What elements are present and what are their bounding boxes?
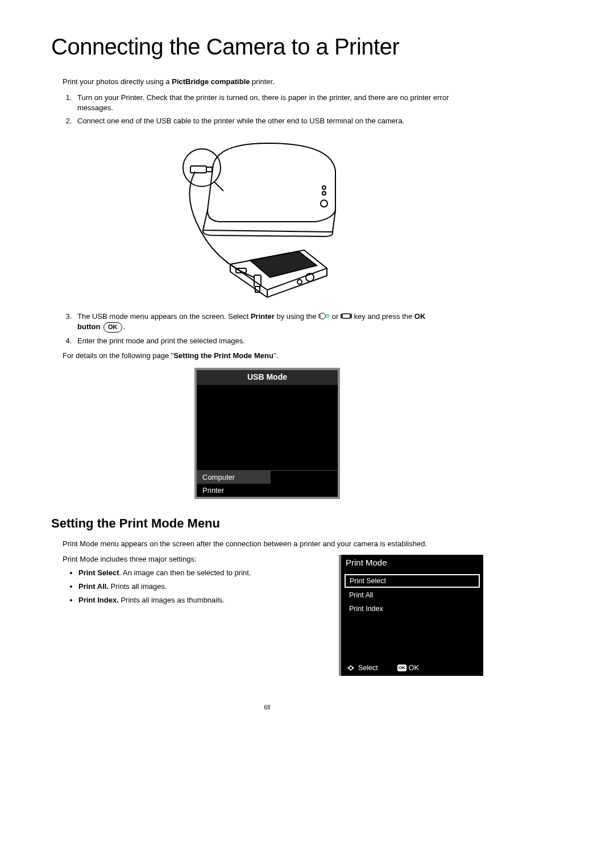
svg-point-8 — [297, 280, 302, 284]
step-3: The USB mode menu appears on the screen.… — [74, 312, 483, 333]
intro-suffix: printer. — [250, 77, 274, 86]
step-3-b: by using the — [275, 312, 318, 321]
section2-intro: Print Mode menu appears on the screen af… — [63, 539, 483, 549]
intro-bold: PictBridge compatible — [172, 77, 250, 86]
svg-point-3 — [183, 149, 221, 186]
usb-mode-title: USB Mode — [197, 370, 338, 385]
ref-b: Setting the Print Mode Menu — [173, 351, 273, 360]
svg-marker-21 — [350, 669, 352, 671]
intro-paragraph: Print your photos directly using a PictB… — [63, 77, 483, 87]
svg-marker-19 — [352, 666, 354, 670]
steps-list: Turn on your Printer. Check that the pri… — [63, 93, 483, 126]
b2-label: Print All. — [78, 582, 109, 591]
b3-desc: Prints all images as thumbnails. — [121, 596, 225, 604]
step-4: Enter the print mode and print the selec… — [74, 336, 483, 346]
page-title: Connecting the Camera to a Printer — [51, 34, 483, 60]
pm-footer: Select OK OK — [341, 661, 483, 676]
pm-item-print-index: Print Index — [345, 603, 480, 615]
printer-camera-diagram — [179, 136, 355, 301]
bullet-print-all: Print All. Prints all images. — [78, 582, 327, 592]
step-2: Connect one end of the USB cable to the … — [74, 116, 483, 126]
page-number: 68 — [51, 704, 483, 711]
macro-key-icon — [318, 312, 330, 322]
bullet-print-index: Print Index. Prints all images as thumbn… — [78, 595, 327, 605]
svg-rect-15 — [342, 314, 350, 318]
pm-ok-badge: OK — [397, 665, 406, 671]
print-mode-bullets: Print Select. An image can then be selec… — [63, 568, 327, 605]
display-key-icon — [341, 312, 352, 322]
nav-arrows-icon — [346, 664, 356, 672]
b1-desc: An image can then be selected to print. — [123, 568, 251, 577]
b1-label: Print Select — [78, 568, 119, 577]
step-3-ok-word: OK — [414, 312, 426, 321]
usb-option-computer: Computer — [197, 471, 271, 484]
section-print-mode-title: Setting the Print Mode Menu — [51, 516, 483, 531]
ok-button-icon: OK — [103, 322, 122, 333]
pm-item-print-select: Print Select — [345, 574, 480, 588]
step-3-button-word: button — [77, 322, 100, 331]
pm-footer-ok: OK — [409, 664, 419, 672]
bullet-print-select: Print Select. An image can then be selec… — [78, 568, 327, 578]
step-3-d: key and press the — [352, 312, 414, 321]
pm-spacer — [345, 616, 480, 656]
usb-mode-screenshot: USB Mode Computer Printer — [194, 368, 340, 499]
step-1: Turn on your Printer. Check that the pri… — [74, 93, 483, 113]
usb-mode-body — [197, 385, 338, 470]
print-mode-body: Print Select Print All Print Index — [341, 571, 483, 661]
step-3-period: . — [123, 322, 126, 331]
usb-option-printer: Printer — [197, 484, 271, 497]
reference-line: For details on the following page "Setti… — [63, 351, 483, 360]
svg-point-0 — [321, 200, 327, 207]
ref-c: ". — [273, 351, 278, 360]
print-mode-title: Print Mode — [341, 555, 483, 571]
svg-rect-12 — [319, 314, 320, 318]
step-3-a: The USB mode menu appears on the screen.… — [77, 312, 251, 321]
print-mode-screenshot: Print Mode Print Select Print All Print … — [339, 555, 483, 676]
ref-a: For details on the following page " — [63, 351, 173, 360]
b3-label: Print Index. — [78, 596, 119, 604]
svg-marker-18 — [347, 666, 350, 670]
step-3-c: or — [330, 312, 341, 321]
intro-prefix: Print your photos directly using a — [63, 77, 172, 86]
svg-point-1 — [322, 192, 326, 195]
pm-item-print-all: Print All — [345, 589, 480, 601]
svg-rect-6 — [206, 167, 212, 172]
pm-footer-select: Select — [358, 664, 378, 672]
svg-marker-20 — [350, 665, 352, 667]
b2-desc: Prints all images. — [111, 582, 167, 591]
svg-point-2 — [322, 186, 326, 189]
step-3-printer: Printer — [251, 312, 275, 321]
svg-line-4 — [214, 182, 223, 191]
steps-list-continued: The USB mode menu appears on the screen.… — [63, 312, 483, 346]
section2-sub: Print Mode includes three major settings… — [63, 555, 327, 563]
svg-rect-5 — [190, 166, 206, 173]
usb-mode-options: Computer Printer — [197, 470, 338, 497]
